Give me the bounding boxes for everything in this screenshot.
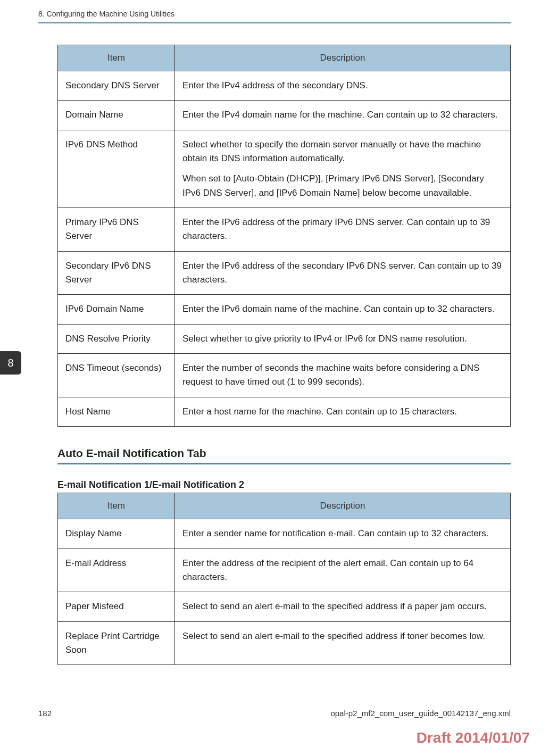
cell-description: Enter the IPv4 address of the secondary …	[175, 71, 511, 101]
section-heading-auto-email: Auto E-mail Notification Tab	[57, 447, 511, 464]
description-paragraph: Select to send an alert e-mail to the sp…	[182, 600, 503, 613]
description-paragraph: Enter the number of seconds the machine …	[182, 361, 503, 389]
dns-settings-table: Item Description Secondary DNS ServerEnt…	[57, 45, 511, 427]
table-row: Host NameEnter a host name for the machi…	[58, 397, 511, 426]
cell-item: E-mail Address	[58, 549, 175, 592]
description-paragraph: Select whether to give priority to IPv4 …	[182, 332, 503, 346]
col-header-item: Item	[58, 493, 175, 519]
cell-item: Domain Name	[58, 101, 175, 130]
cell-item: Paper Misfeed	[58, 592, 175, 621]
description-paragraph: Enter the IPv4 address of the secondary …	[182, 79, 503, 93]
cell-description: Enter the IPv4 domain name for the machi…	[175, 101, 511, 130]
cell-item: Secondary DNS Server	[58, 71, 175, 101]
description-paragraph: Enter the IPv4 domain name for the machi…	[182, 108, 503, 122]
file-reference: opal-p2_mf2_com_user_guide_00142137_eng.…	[330, 709, 511, 718]
description-paragraph: Enter a host name for the machine. Can c…	[182, 405, 503, 419]
cell-description: Enter the number of seconds the machine …	[175, 354, 511, 397]
description-paragraph: Enter the address of the recipient of th…	[182, 556, 503, 585]
cell-description: Enter the IPv6 domain name of the machin…	[175, 295, 511, 324]
cell-item: Replace Print Cartridge Soon	[58, 621, 175, 665]
cell-description: Enter a sender name for notification e-m…	[175, 519, 511, 549]
table-row: Primary IPv6 DNS ServerEnter the IPv6 ad…	[58, 208, 511, 252]
description-paragraph: Enter the IPv6 domain name of the machin…	[182, 302, 503, 316]
chapter-tab: 8	[0, 351, 21, 375]
table-header-row: Item Description	[58, 493, 511, 519]
cell-description: Enter a host name for the machine. Can c…	[175, 397, 511, 426]
cell-description: Select whether to give priority to IPv4 …	[175, 324, 511, 353]
cell-description: Enter the IPv6 address of the primary IP…	[175, 208, 511, 252]
description-paragraph: Select to send an alert e-mail to the sp…	[182, 629, 503, 643]
table-row: Domain NameEnter the IPv4 domain name fo…	[58, 101, 511, 130]
table-row: E-mail AddressEnter the address of the r…	[58, 549, 511, 592]
table-header-row: Item Description	[58, 45, 511, 71]
col-header-item: Item	[58, 45, 175, 71]
col-header-description: Description	[175, 45, 511, 71]
page-footer: 182 opal-p2_mf2_com_user_guide_00142137_…	[38, 709, 511, 718]
table-row: Display NameEnter a sender name for noti…	[58, 519, 511, 549]
cell-description: Enter the address of the recipient of th…	[175, 549, 511, 592]
email-notification-table: Item Description Display NameEnter a sen…	[57, 493, 511, 665]
table-row: Secondary IPv6 DNS ServerEnter the IPv6 …	[58, 251, 511, 295]
table-row: IPv6 Domain NameEnter the IPv6 domain na…	[58, 295, 511, 324]
table-row: Replace Print Cartridge SoonSelect to se…	[58, 621, 511, 665]
cell-item: Host Name	[58, 397, 175, 426]
cell-item: Primary IPv6 DNS Server	[58, 208, 175, 252]
chapter-title: 8. Configuring the Machine Using Utiliti…	[38, 10, 174, 18]
cell-description: Enter the IPv6 address of the secondary …	[175, 251, 511, 295]
table-row: Secondary DNS ServerEnter the IPv4 addre…	[58, 71, 511, 101]
cell-item: Secondary IPv6 DNS Server	[58, 251, 175, 295]
cell-item: Display Name	[58, 519, 175, 549]
cell-description: Select whether to specify the domain ser…	[175, 130, 511, 207]
table-row: DNS Resolve PrioritySelect whether to gi…	[58, 324, 511, 353]
cell-item: IPv6 Domain Name	[58, 295, 175, 324]
table-row: Paper MisfeedSelect to send an alert e-m…	[58, 592, 511, 621]
description-paragraph: When set to [Auto-Obtain (DHCP)], [Prima…	[182, 172, 503, 200]
cell-description: Select to send an alert e-mail to the sp…	[175, 592, 511, 621]
cell-item: IPv6 DNS Method	[58, 130, 175, 207]
page-number: 182	[38, 709, 52, 718]
subsection-heading-email-notification: E-mail Notification 1/E-mail Notificatio…	[57, 479, 511, 491]
description-paragraph: Enter the IPv6 address of the secondary …	[182, 259, 503, 287]
table-row: DNS Timeout (seconds)Enter the number of…	[58, 354, 511, 397]
cell-item: DNS Resolve Priority	[58, 324, 175, 353]
col-header-description: Description	[175, 493, 511, 519]
cell-description: Select to send an alert e-mail to the sp…	[175, 621, 511, 665]
description-paragraph: Enter a sender name for notification e-m…	[182, 527, 503, 541]
table-row: IPv6 DNS MethodSelect whether to specify…	[58, 130, 511, 207]
description-paragraph: Enter the IPv6 address of the primary IP…	[182, 215, 503, 244]
cell-item: DNS Timeout (seconds)	[58, 354, 175, 397]
chapter-number: 8	[7, 357, 13, 369]
description-paragraph: Select whether to specify the domain ser…	[182, 138, 503, 166]
draft-watermark: Draft 2014/01/07	[417, 729, 530, 746]
page-header: 8. Configuring the Machine Using Utiliti…	[0, 0, 549, 22]
page-content: Item Description Secondary DNS ServerEnt…	[0, 23, 549, 665]
